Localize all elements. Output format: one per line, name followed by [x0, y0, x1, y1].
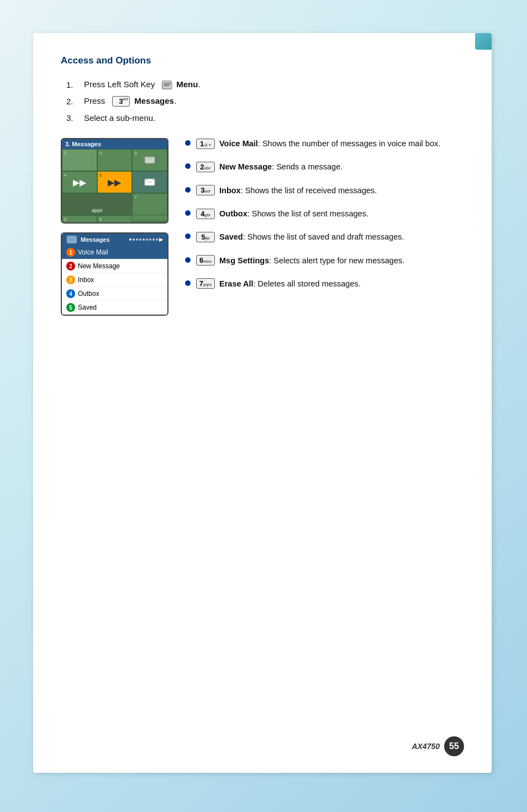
cell-arrow-right: ▶▶ [73, 177, 86, 188]
bullet-row-1: 1@ ¤ Voice Mail: Shows the number of mes… [196, 138, 464, 149]
bullet-dot-1 [185, 140, 191, 146]
key-box-7-sub: pqrs [203, 283, 212, 286]
grid-cell-7: 7 [132, 193, 167, 215]
bullet-content-3: 3def Inbox: Shows the list of received m… [196, 185, 464, 196]
bullet-row-4: 4ghi Outbox: Shows the list of sent mess… [196, 208, 464, 219]
key-box-2-sub: abc [204, 166, 211, 170]
cell-num-1: 1 [64, 151, 66, 156]
bullet-row-7: 7pqrs Erase All: Deletes all stored mess… [196, 278, 464, 289]
menu-item-1: 1 Voice Mail [62, 246, 167, 259]
key-box-3: 3def [196, 185, 215, 195]
step-1-num: 1. [66, 80, 80, 89]
key-box-5: 5jkl [196, 232, 215, 242]
step-3-text: Select a sub-menu. [84, 113, 155, 123]
screen2-header: Messages ▶ [62, 233, 167, 246]
bullet-dot-6 [185, 257, 191, 263]
bullet-list: 1@ ¤ Voice Mail: Shows the number of mes… [185, 138, 464, 289]
menu-item-3-label: Inbox [78, 276, 94, 284]
bullet-item-voicemail: 1@ ¤ Voice Mail: Shows the number of mes… [185, 138, 464, 149]
key-box-3-sub: def [204, 189, 210, 193]
item-name-7: Erase All [219, 279, 254, 288]
item-name-5: Saved [219, 232, 243, 241]
cell-num-5: 5 [99, 173, 102, 178]
model-name: AX4750 [412, 742, 440, 751]
grid-cell-5: 5 ▶▶ [97, 171, 133, 193]
grid-cell-2: 2 [97, 149, 133, 171]
key-box-4-sub: ghi [204, 213, 210, 217]
dot-3 [136, 238, 138, 241]
bullet-content-5: 5jkl Saved: Shows the list of saved and … [196, 231, 464, 242]
cell-num-7: 7 [134, 195, 136, 200]
bullet-content-4: 4ghi Outbox: Shows the list of sent mess… [196, 208, 464, 219]
bullet-item-newmsg: 2abc New Message: Sends a message. [185, 161, 464, 172]
key-box-6-sub: mno [203, 259, 212, 263]
cell-num-9: 9 [99, 217, 102, 222]
step-2-text: Press 3 def Messages. [84, 96, 176, 107]
bullet-content-2: 2abc New Message: Sends a message. [196, 161, 464, 172]
bullet-row-6: 6mno Msg Settings: Selects alert type fo… [196, 255, 464, 266]
dot-6 [146, 238, 148, 241]
key-box-7: 7pqrs [196, 278, 215, 289]
apps-label: apps [92, 208, 103, 213]
cell-num-8: 8 [64, 217, 66, 222]
key-box-1-sub: @ ¤ [204, 143, 211, 147]
bullet-row-3: 3def Inbox: Shows the list of received m… [196, 185, 464, 196]
dot-8 [152, 238, 155, 241]
page-footer: AX4750 55 [412, 736, 464, 756]
item-name-6: Msg Settings [219, 256, 269, 265]
bullet-item-outbox: 4ghi Outbox: Shows the list of sent mess… [185, 208, 464, 219]
bullet-text-1: Voice Mail: Shows the number of messages… [219, 138, 440, 149]
page-number: 55 [444, 736, 464, 756]
dot-1 [129, 238, 131, 241]
dot-5 [143, 238, 145, 241]
screen1-header: 3. Messages [62, 139, 167, 149]
key-box-6: 6mno [196, 255, 215, 266]
menu-item-3: 3 Inbox [62, 273, 167, 287]
page-container: Access and Options 1. Press Left Soft Ke… [33, 33, 492, 773]
key-box-7-main: 7 [199, 279, 203, 288]
menu-item-4-label: Outbox [78, 290, 99, 298]
bullet-item-saved: 5jkl Saved: Shows the list of saved and … [185, 231, 464, 242]
bullet-dot-7 [185, 280, 191, 286]
bullet-dot-2 [185, 163, 191, 169]
key-box-1: 1@ ¤ [196, 139, 215, 149]
dot-9 [156, 238, 158, 241]
grid-cell-3: 3 [132, 149, 167, 171]
grid-cell-1: 1 [62, 149, 97, 171]
step-1: 1. Press Left Soft Key Menu. [61, 79, 464, 89]
grid-cell-8: 8 [62, 215, 97, 224]
num-circle-2: 2 [66, 262, 75, 270]
dot-7 [149, 238, 151, 241]
dot-4 [139, 238, 141, 241]
bullet-dot-3 [185, 187, 191, 193]
bullet-row-5: 5jkl Saved: Shows the list of saved and … [196, 231, 464, 242]
steps-list: 1. Press Left Soft Key Menu. 2. Press 3 … [61, 79, 464, 123]
num-circle-1: 1 [66, 248, 75, 257]
step-1-text: Press Left Soft Key Menu. [84, 79, 201, 89]
key-box-5-main: 5 [201, 233, 205, 241]
dot-2 [133, 238, 135, 241]
grid-cell-9: 9 😊 [97, 215, 133, 224]
bullet-text-5: Saved: Shows the list of saved and draft… [219, 231, 404, 242]
bullet-dot-4 [185, 210, 191, 216]
step-2-num: 2. [66, 97, 80, 106]
screen2-header-left: Messages [66, 235, 110, 244]
cell-face: 😊 [110, 222, 119, 224]
grid-cell-apps: apps [62, 193, 132, 215]
num-circle-4: 4 [66, 289, 75, 298]
section-title: Access and Options [61, 55, 464, 66]
bullet-text-6: Msg Settings: Selects alert type for new… [219, 255, 404, 266]
bullet-text-2: New Message: Sends a message. [219, 161, 342, 172]
key-box-4: 4ghi [196, 209, 215, 219]
cell-arrow-right-2: ▶▶ [108, 177, 121, 188]
bullet-text-7: Erase All: Deletes all stored messages. [219, 278, 361, 289]
corner-accent [475, 33, 492, 50]
left-screenshots: 3. Messages 1 2 3 4 [61, 138, 168, 316]
menu-item-2-label: New Message [78, 262, 120, 270]
key-3-badge: 3 def [112, 96, 130, 107]
step-3: 3. Select a sub-menu. [61, 113, 464, 123]
step-3-num: 3. [66, 113, 80, 123]
bullet-item-eraseall: 7pqrs Erase All: Deletes all stored mess… [185, 278, 464, 289]
step-2: 2. Press 3 def Messages. [61, 96, 464, 107]
bullet-text-3: Inbox: Shows the list of received messag… [219, 185, 377, 196]
